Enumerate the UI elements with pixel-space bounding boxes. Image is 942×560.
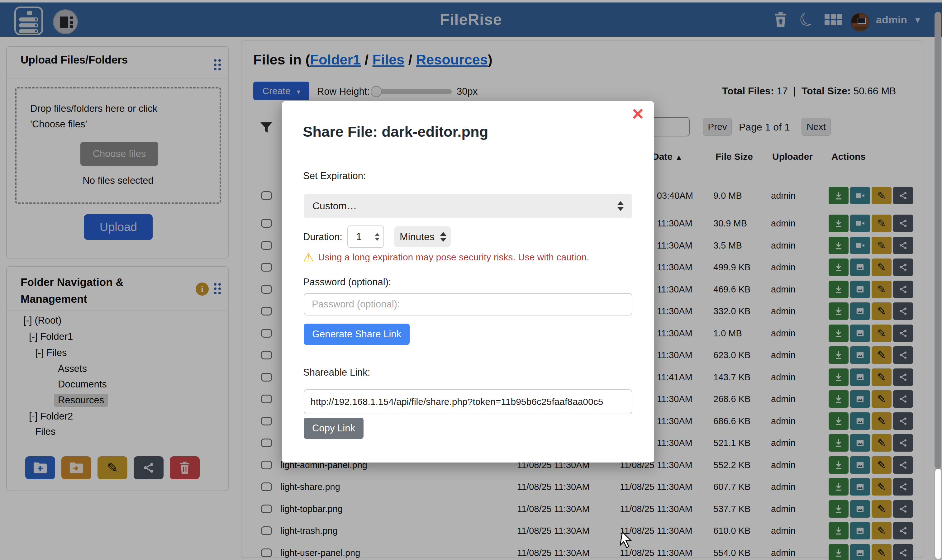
password-field[interactable] [304,293,633,315]
duration-label: Duration: [303,231,342,243]
shareable-link-label: Shareable Link: [303,367,370,378]
modal-title: Share File: dark-editor.png [303,123,488,140]
shareable-link-field[interactable] [304,389,633,414]
scrollbar-track[interactable] [934,12,941,469]
expiration-select[interactable]: Custom… [304,194,633,218]
scrollbar-thumb[interactable] [935,469,941,559]
mouse-cursor [620,531,633,550]
chevron-updown-icon [617,201,623,211]
duration-stepper[interactable]: 1 [347,226,384,248]
chevron-updown-icon [440,232,446,242]
copy-link-button[interactable]: Copy Link [304,418,363,439]
duration-unit-select[interactable]: Minutes [394,226,451,247]
close-icon[interactable]: × [632,104,643,124]
stepper-arrows-icon[interactable] [375,233,380,241]
warning-icon: ⚠ [303,251,314,263]
generate-share-link-button[interactable]: Generate Share Link [304,324,409,345]
password-label: Password (optional): [303,277,391,288]
share-file-modal: × Share File: dark-editor.png Set Expira… [282,101,654,463]
expiration-label: Set Expiration: [303,170,366,182]
expiration-warning: ⚠ Using a long expiration may pose secur… [303,251,589,263]
